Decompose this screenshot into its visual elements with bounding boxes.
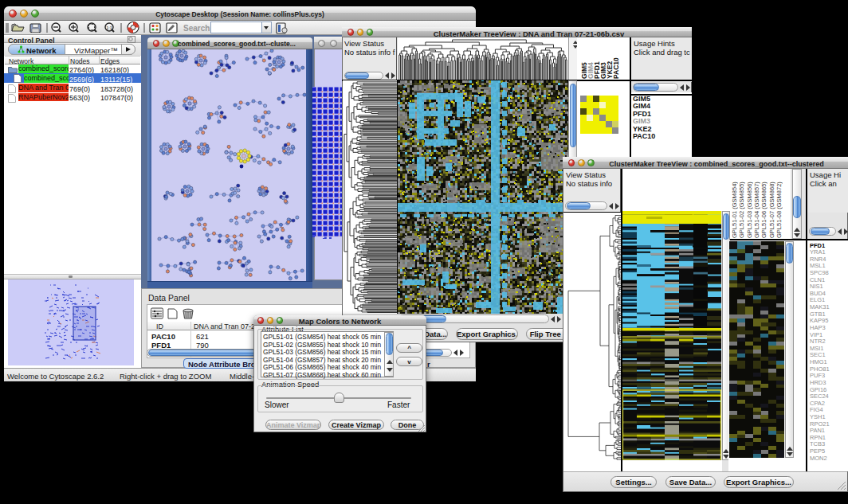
- svg-text:1:1: 1:1: [106, 25, 112, 30]
